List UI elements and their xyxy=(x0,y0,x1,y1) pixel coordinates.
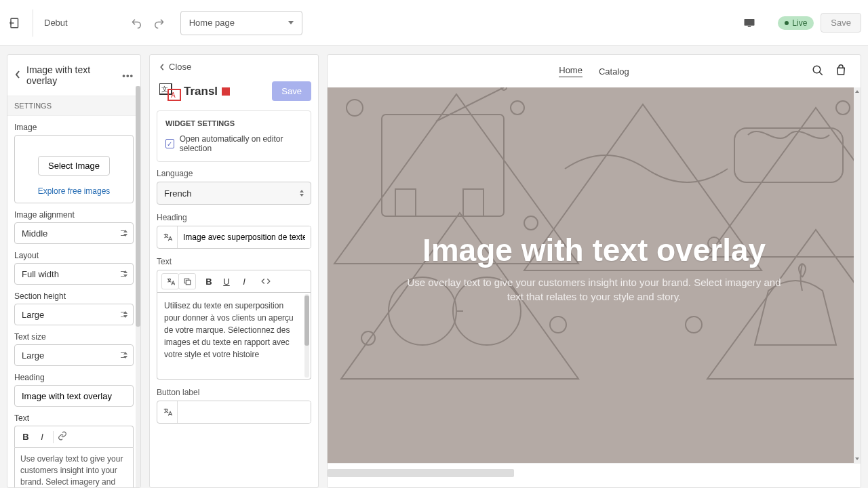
rte-translate-button[interactable] xyxy=(161,273,179,289)
image-label: Image xyxy=(14,123,134,132)
rte-toolbar: B U I xyxy=(157,270,311,293)
nav-catalog-link[interactable]: Catalog xyxy=(599,66,629,77)
rte-code-button[interactable] xyxy=(257,273,275,289)
sidebar-scrollbar[interactable] xyxy=(136,86,140,487)
textsize-label: Text size xyxy=(14,332,134,342)
height-label: Section height xyxy=(14,291,134,301)
bold-button[interactable]: B xyxy=(19,432,33,442)
layout-label: Layout xyxy=(14,251,134,260)
undo-button[interactable] xyxy=(129,15,145,31)
rte-copy-button[interactable] xyxy=(178,273,196,289)
widget-settings-card: WIDGET SETTINGS ✓ Open automatically on … xyxy=(157,110,311,162)
t-heading-input[interactable] xyxy=(178,226,311,248)
italic-button[interactable]: I xyxy=(35,432,49,442)
text-textarea[interactable]: Use overlay text to give your customers … xyxy=(14,447,134,487)
layout-select[interactable]: Full width xyxy=(14,263,134,285)
t-heading-label: Heading xyxy=(157,213,311,222)
svg-text:文: 文 xyxy=(161,85,168,93)
heading-label: Heading xyxy=(14,373,134,382)
svg-point-23 xyxy=(524,216,538,230)
theme-name: Debut xyxy=(44,18,68,28)
rte-italic-button[interactable]: I xyxy=(235,273,253,289)
t-button-label: Button label xyxy=(157,388,311,397)
heading-input[interactable] xyxy=(14,385,134,407)
svg-point-27 xyxy=(836,101,850,115)
panel-title: Image with text overlay xyxy=(26,64,117,86)
rte-underline-button[interactable]: U xyxy=(218,273,235,289)
svg-rect-16 xyxy=(463,189,484,216)
close-panel-button[interactable]: Close xyxy=(150,55,318,79)
rte-textarea[interactable]: Utilisez du texte en superposition pour … xyxy=(157,293,311,380)
svg-point-25 xyxy=(686,317,702,333)
app-brand: 文A Transl xyxy=(159,83,230,100)
settings-header: SETTINGS xyxy=(7,96,140,116)
more-actions-button[interactable]: ••• xyxy=(122,70,134,81)
translate-panel: Close 文A Transl Save WIDGET SETTINGS ✓ O… xyxy=(149,54,319,488)
explore-images-link[interactable]: Explore free images xyxy=(38,186,111,196)
exit-editor-button[interactable] xyxy=(7,15,23,31)
checkbox-icon: ✓ xyxy=(165,139,174,148)
hero-paragraph: Use overlay text to give your customers … xyxy=(404,275,784,304)
auto-open-checkbox[interactable]: ✓ Open automatically on editor selection xyxy=(165,134,302,153)
divider xyxy=(33,9,33,37)
height-select[interactable]: Large xyxy=(14,304,134,325)
link-button[interactable] xyxy=(58,431,67,443)
page-select[interactable]: Home page xyxy=(180,11,302,35)
svg-point-22 xyxy=(511,101,524,115)
search-icon[interactable] xyxy=(812,64,824,79)
alignment-select[interactable]: Middle xyxy=(14,222,134,244)
alignment-label: Image alignment xyxy=(14,210,134,220)
language-label: Language xyxy=(157,169,311,178)
live-status-badge: Live xyxy=(778,16,814,30)
cart-icon[interactable] xyxy=(835,64,847,79)
svg-point-21 xyxy=(347,100,363,116)
desktop-view-icon[interactable] xyxy=(741,15,757,31)
hero-heading: Image with text overlay xyxy=(348,232,840,268)
svg-rect-15 xyxy=(395,189,416,216)
select-image-button[interactable]: Select Image xyxy=(38,156,110,176)
t-text-label: Text xyxy=(157,257,311,266)
preview-scrollbar[interactable] xyxy=(854,87,861,463)
back-icon[interactable] xyxy=(14,70,21,81)
t-button-input[interactable] xyxy=(178,401,311,423)
svg-rect-14 xyxy=(382,115,504,216)
preview-footer-rail xyxy=(328,463,861,487)
image-drop-zone: Select Image Explore free images xyxy=(14,135,134,203)
theme-preview: Home Catalog xyxy=(327,54,861,488)
widget-settings-header: WIDGET SETTINGS xyxy=(165,119,302,127)
translate-icon[interactable] xyxy=(157,401,178,423)
translate-icon[interactable] xyxy=(157,226,178,248)
translate-save-button[interactable]: Save xyxy=(272,81,311,101)
page-select-value: Home page xyxy=(189,18,235,28)
section-settings-panel: Image with text overlay ••• SETTINGS Ima… xyxy=(7,54,141,488)
store-nav: Home Catalog xyxy=(328,55,861,87)
rte-bold-button[interactable]: B xyxy=(200,273,218,289)
svg-point-24 xyxy=(550,317,566,333)
hero-section: Image with text overlay Use overlay text… xyxy=(328,87,861,463)
svg-rect-1 xyxy=(745,19,755,26)
nav-home-link[interactable]: Home xyxy=(559,65,583,77)
save-button[interactable]: Save xyxy=(821,13,861,33)
svg-text:A: A xyxy=(171,92,176,99)
language-select[interactable]: French xyxy=(157,182,311,205)
redo-button[interactable] xyxy=(151,15,167,31)
svg-point-8 xyxy=(813,66,821,73)
svg-point-28 xyxy=(361,331,375,345)
text-toolbar: B I xyxy=(14,426,134,447)
svg-rect-7 xyxy=(186,280,191,285)
text-label: Text xyxy=(14,413,134,423)
svg-rect-2 xyxy=(748,26,751,27)
textsize-select[interactable]: Large xyxy=(14,344,134,366)
